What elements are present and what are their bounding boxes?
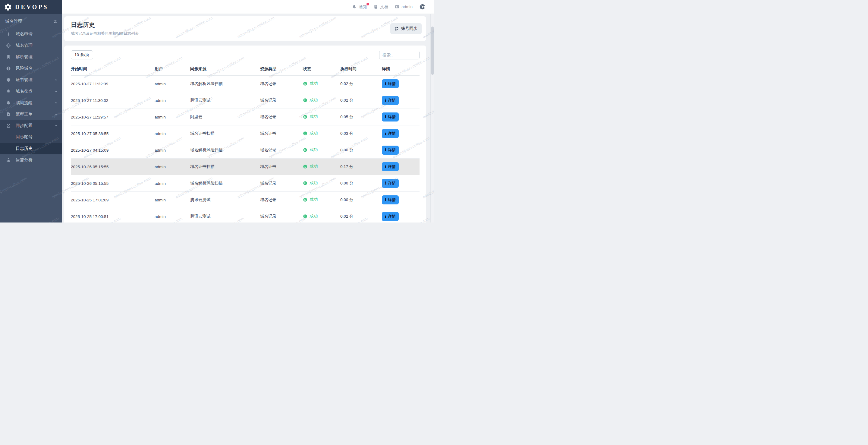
table-row[interactable]: 2025-10-25 17:01:09 admin 腾讯云测试 域名记录 成功 … — [71, 192, 420, 208]
table-row[interactable]: 2025-10-25 17:00:51 admin 腾讯云测试 域名记录 成功 … — [71, 208, 420, 223]
log-table-card: 10 条/页 开始时间 用户 同步来源 资源类型 状态 — [64, 46, 426, 222]
col-header-resource-type: 资源类型 — [260, 63, 303, 76]
row-detail-button[interactable]: i 详情 — [382, 146, 399, 155]
cell-user: admin — [155, 175, 190, 192]
cell-detail: i 详情 — [382, 175, 420, 192]
col-header-status: 状态 — [303, 63, 340, 76]
smile-icon — [303, 115, 307, 119]
row-detail-button[interactable]: i 详情 — [382, 113, 399, 121]
table-row[interactable]: 2025-10-27 11:30:02 admin 腾讯云测试 域名记录 成功 … — [71, 92, 420, 109]
language-button[interactable] — [419, 4, 426, 10]
topbar: 通知 文档 admin — [62, 0, 434, 14]
cell-duration: 0.00 分 — [340, 175, 382, 192]
info-icon: i — [385, 181, 386, 185]
app-window: DEVOPS 域名管理 域名申请 域名管理 解析管理 风险域名 证书管理 域名盘… — [0, 0, 434, 222]
table-row[interactable]: 2025-10-27 11:32:39 admin 域名解析风险扫描 域名记录 … — [71, 76, 420, 92]
info-icon: i — [385, 82, 386, 86]
app-logo[interactable]: DEVOPS — [0, 0, 62, 14]
sidebar-item-domain-apply[interactable]: 域名申请 — [0, 28, 62, 40]
scrollbar-thumb[interactable] — [431, 27, 434, 75]
cell-duration: 0.05 分 — [340, 109, 382, 125]
alert-circle-icon — [5, 66, 12, 71]
table-row[interactable]: 2025-10-26 05:15:55 admin 域名证书扫描 域名证书 成功… — [71, 158, 420, 175]
sidebar-item-expiry-reminder[interactable]: 临期提醒 — [0, 97, 62, 109]
row-detail-button[interactable]: i 详情 — [382, 129, 399, 138]
table-row[interactable]: 2025-10-27 05:38:55 admin 域名证书扫描 域名证书 成功… — [71, 125, 420, 142]
table-header-row: 开始时间 用户 同步来源 资源类型 状态 执行时间 详情 — [71, 63, 420, 76]
sidebar-item-risk-domain[interactable]: 风险域名 — [0, 63, 62, 74]
col-header-user: 用户 — [155, 63, 190, 76]
cell-user: admin — [155, 125, 190, 142]
swap-arrows-icon[interactable] — [53, 19, 58, 24]
user-menu[interactable]: admin — [395, 4, 412, 9]
chevron-down-icon — [54, 113, 58, 116]
docs-label: 文档 — [380, 4, 388, 10]
cell-status: 成功 — [303, 175, 340, 192]
gear-icon — [4, 3, 12, 11]
sidebar-section-title: 域名管理 — [5, 19, 22, 24]
col-header-detail: 详情 — [382, 63, 420, 76]
sidebar: DEVOPS 域名管理 域名申请 域名管理 解析管理 风险域名 证书管理 域名盘… — [0, 0, 62, 222]
cell-detail: i 详情 — [382, 76, 420, 92]
row-detail-button[interactable]: i 详情 — [382, 179, 399, 188]
row-detail-button[interactable]: i 详情 — [382, 162, 399, 171]
sidebar-item-operation-analysis[interactable]: 运营分析 — [0, 154, 62, 166]
cell-resource-type: 域名记录 — [260, 76, 303, 92]
sidebar-item-cert-manage[interactable]: 证书管理 — [0, 74, 62, 86]
sidebar-item-dns-manage[interactable]: 解析管理 — [0, 51, 62, 63]
cell-resource-type: 域名记录 — [260, 142, 303, 158]
cell-start-time: 2025-10-26 05:15:55 — [71, 175, 155, 192]
cell-source: 域名解析风险扫描 — [190, 175, 260, 192]
sidebar-item-domain-manage[interactable]: 域名管理 — [0, 40, 62, 51]
notification-dot — [367, 3, 369, 5]
nav-group-sync-config: 同步配置 同步账号日志历史 — [0, 120, 62, 154]
sidebar-item-sync-config[interactable]: 同步配置 — [0, 120, 62, 131]
cell-start-time: 2025-10-27 04:15:09 — [71, 142, 155, 158]
sidebar-item-domain-inventory[interactable]: 域名盘点 — [0, 86, 62, 97]
cell-detail: i 详情 — [382, 125, 420, 142]
table-row[interactable]: 2025-10-27 04:15:09 admin 域名解析风险扫描 域名记录 … — [71, 142, 420, 158]
smile-icon — [303, 81, 307, 86]
info-icon: i — [385, 115, 386, 119]
notifications-button[interactable]: 通知 — [352, 4, 367, 10]
cell-detail: i 详情 — [382, 208, 420, 223]
bell-icon — [5, 100, 12, 105]
row-detail-button[interactable]: i 详情 — [382, 96, 399, 105]
sidebar-item-sync-account[interactable]: 同步账号 — [0, 131, 62, 143]
cell-source: 域名解析风险扫描 — [190, 76, 260, 92]
scrollbar[interactable] — [430, 14, 434, 222]
cell-duration: 0.02 分 — [340, 76, 382, 92]
cell-user: admin — [155, 92, 190, 109]
page-title: 日志历史 — [71, 21, 420, 29]
search-input[interactable] — [379, 51, 420, 59]
page-size-select[interactable]: 10 条/页 — [71, 50, 93, 59]
cell-status: 成功 — [303, 109, 340, 125]
log-table: 开始时间 用户 同步来源 资源类型 状态 执行时间 详情 2025-10-27 … — [71, 63, 420, 222]
table-row[interactable]: 2025-10-26 05:15:55 admin 域名解析风险扫描 域名记录 … — [71, 175, 420, 192]
row-detail-button[interactable]: i 详情 — [382, 196, 399, 204]
cell-source: 域名证书扫描 — [190, 125, 260, 142]
docs-button[interactable]: 文档 — [373, 4, 388, 10]
account-sync-label: 账号同步 — [401, 26, 417, 31]
cell-source: 域名解析风险扫描 — [190, 142, 260, 158]
globe-icon — [419, 4, 426, 10]
sidebar-item-workflow-ticket[interactable]: 流程工单 — [0, 109, 62, 120]
chevron-down-icon — [54, 90, 58, 93]
sidebar-nav: 域名申请 域名管理 解析管理 风险域名 证书管理 域名盘点 临期提醒 流程工单 … — [0, 27, 62, 222]
username: admin — [401, 4, 412, 9]
cell-user: admin — [155, 142, 190, 158]
cell-status: 成功 — [303, 158, 340, 175]
cell-duration: 0.00 分 — [340, 192, 382, 208]
account-sync-button[interactable]: 账号同步 — [390, 23, 422, 34]
cell-source: 腾讯云测试 — [190, 192, 260, 208]
cell-resource-type: 域名记录 — [260, 109, 303, 125]
smile-icon — [303, 198, 307, 202]
row-detail-button[interactable]: i 详情 — [382, 212, 399, 221]
row-detail-button[interactable]: i 详情 — [382, 79, 399, 88]
cell-status: 成功 — [303, 92, 340, 109]
sidebar-item-log-history[interactable]: 日志历史 — [0, 143, 62, 154]
smile-icon — [303, 131, 307, 136]
notifications-label: 通知 — [359, 4, 367, 10]
table-row[interactable]: 2025-10-27 11:29:57 admin 阿里云 域名记录 成功 0.… — [71, 109, 420, 125]
info-icon: i — [385, 165, 386, 169]
